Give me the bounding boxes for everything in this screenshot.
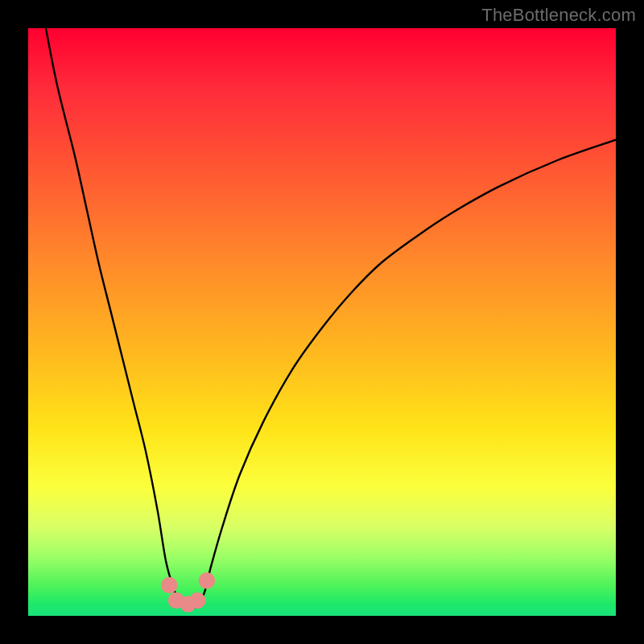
plot-background: [28, 28, 616, 616]
watermark-text: TheBottleneck.com: [481, 5, 636, 26]
chart-frame: TheBottleneck.com: [0, 0, 644, 644]
